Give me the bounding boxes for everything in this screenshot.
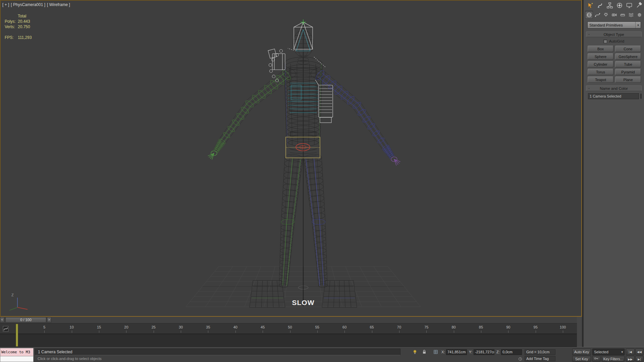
timeline-tick-30: 30 bbox=[179, 325, 183, 329]
object-name-field[interactable] bbox=[588, 93, 639, 99]
key-filters-button[interactable]: Key Filters... bbox=[602, 356, 625, 362]
object-type-button-cone[interactable]: Cone bbox=[615, 46, 641, 52]
space-warps-icon bbox=[628, 12, 634, 18]
auto-key-button[interactable]: Auto Key bbox=[572, 349, 591, 355]
time-slider-prev-button[interactable]: < bbox=[0, 317, 4, 323]
object-type-grid: BoxConeSphereGeoSphereCylinderTubeTorusP… bbox=[588, 46, 641, 83]
camera-viewport[interactable]: [ + ] [ PhysCamera001 ] [ Wireframe ] To… bbox=[0, 0, 582, 317]
timeline-ruler[interactable]: 0510152025303540455055606570758085909510… bbox=[0, 323, 577, 334]
time-slider-track[interactable]: < 0 / 100 > bbox=[0, 317, 577, 323]
object-type-button-pyramid[interactable]: Pyramid bbox=[615, 69, 641, 75]
world-axis-z-label: Z bbox=[11, 293, 14, 297]
cameras-icon bbox=[611, 12, 617, 18]
chevron-down-icon: ▾ bbox=[621, 350, 623, 354]
next-frame-button[interactable]: ▶▶ bbox=[626, 356, 635, 362]
object-type-button-tube[interactable]: Tube bbox=[615, 61, 641, 67]
go-to-start-button[interactable]: |◀ bbox=[626, 349, 635, 355]
name-color-rollout-header[interactable]: - Name and Color bbox=[586, 85, 642, 91]
command-panel-tabs bbox=[584, 0, 644, 10]
maxscript-mini-listener[interactable]: Welcome to M3 bbox=[0, 348, 34, 356]
mini-curve-editor-button[interactable] bbox=[1, 324, 10, 333]
display-icon bbox=[626, 2, 633, 9]
timeline-tick-65: 65 bbox=[370, 325, 374, 329]
object-type-button-box[interactable]: Box bbox=[588, 46, 613, 52]
viewport-statistics: Total Polys:20.443 Verts:20.750 FPS:111,… bbox=[5, 13, 32, 40]
tick-mark bbox=[126, 330, 126, 333]
tick-mark bbox=[426, 330, 427, 333]
object-color-swatch[interactable] bbox=[641, 94, 641, 99]
status-bar: Welcome to M3 1 Camera Selected Click or… bbox=[0, 347, 644, 362]
autogrid-row: AutoGrid bbox=[584, 39, 644, 43]
application-window: [ + ] [ PhysCamera001 ] [ Wireframe ] To… bbox=[0, 0, 644, 362]
timeline-tick-90: 90 bbox=[506, 325, 510, 329]
x-coordinate-label: X: bbox=[441, 350, 445, 354]
prompt-line: Click or click-and-drag to select object… bbox=[38, 357, 102, 361]
category-shapes[interactable] bbox=[593, 11, 601, 19]
tab-motion[interactable] bbox=[615, 1, 624, 9]
z-coordinate-field[interactable]: 0,0cm bbox=[501, 349, 522, 355]
viewport-camera-menu[interactable]: [ PhysCamera001 ] bbox=[11, 2, 45, 7]
object-type-button-torus[interactable]: Torus bbox=[588, 69, 613, 75]
absolute-mode-toggle[interactable] bbox=[432, 349, 439, 355]
tick-mark bbox=[508, 330, 508, 333]
tab-create[interactable] bbox=[586, 1, 595, 9]
y-coordinate-field[interactable]: -2181,727cm bbox=[474, 349, 494, 355]
tab-display[interactable] bbox=[625, 1, 634, 9]
tick-mark bbox=[563, 330, 563, 333]
tab-utilities[interactable] bbox=[635, 1, 643, 9]
category-cameras[interactable] bbox=[610, 11, 618, 19]
isolate-selection-button[interactable] bbox=[411, 349, 419, 355]
object-type-rollout-header[interactable]: - Object Type bbox=[586, 32, 642, 37]
object-type-button-cylinder[interactable]: Cylinder bbox=[588, 61, 613, 67]
category-helpers[interactable] bbox=[619, 11, 627, 19]
time-slider-handle[interactable]: 0 / 100 bbox=[5, 317, 46, 323]
motion-icon bbox=[616, 2, 623, 9]
primitive-type-value: Standard Primitives bbox=[589, 23, 623, 27]
primitive-type-dropdown[interactable]: Standard Primitives ▾ bbox=[587, 21, 641, 28]
category-space-warps[interactable] bbox=[627, 11, 635, 19]
viewport-shading-menu[interactable]: [ Wireframe ] bbox=[47, 2, 70, 7]
name-color-rollout-title: Name and Color bbox=[600, 86, 628, 90]
object-type-button-geosphere[interactable]: GeoSphere bbox=[615, 53, 641, 60]
category-geometry[interactable] bbox=[585, 11, 593, 19]
key-mode-toggle[interactable] bbox=[592, 356, 600, 362]
timeline-tick-85: 85 bbox=[479, 325, 483, 329]
viewport-pov-menu[interactable]: [ + ] bbox=[2, 2, 9, 7]
current-frame-marker[interactable] bbox=[16, 324, 18, 347]
timeline-tick-15: 15 bbox=[97, 325, 101, 329]
selection-set-dropdown[interactable]: Selected ▾ bbox=[592, 349, 625, 355]
autogrid-checkbox[interactable] bbox=[603, 40, 607, 43]
selection-set-value: Selected bbox=[594, 350, 608, 354]
adaptive-degradation-label: SLOW bbox=[283, 299, 323, 307]
add-time-tag-field[interactable]: Add Time Tag bbox=[525, 356, 555, 361]
selection-lock-toggle[interactable] bbox=[421, 349, 428, 355]
category-systems[interactable] bbox=[635, 11, 643, 19]
previous-frame-button[interactable]: ◀◀ bbox=[635, 349, 643, 355]
viewport-canvas[interactable] bbox=[1, 1, 581, 316]
world-axis-icon bbox=[4, 292, 30, 312]
tab-modify[interactable] bbox=[596, 1, 604, 9]
curve-editor-icon bbox=[3, 326, 9, 332]
x-coordinate-field[interactable]: 741,851cm bbox=[446, 349, 467, 355]
tick-mark bbox=[99, 330, 99, 333]
y-coordinate-label: Y: bbox=[469, 350, 472, 354]
tab-hierarchy[interactable] bbox=[605, 1, 614, 9]
collapse-icon: - bbox=[588, 32, 590, 36]
object-type-button-plane[interactable]: Plane bbox=[615, 76, 641, 83]
track-bar[interactable] bbox=[0, 334, 577, 347]
go-to-end-button[interactable]: ▶| bbox=[635, 356, 643, 362]
time-slider-next-button[interactable]: > bbox=[47, 317, 51, 323]
tick-mark bbox=[290, 330, 290, 333]
command-panel: Standard Primitives ▾ - Object Type Auto… bbox=[583, 0, 644, 347]
category-lights[interactable] bbox=[602, 11, 610, 19]
stats-polys-value: 20.443 bbox=[18, 19, 30, 24]
create-arrow-icon bbox=[587, 2, 594, 9]
tick-mark bbox=[208, 330, 208, 333]
object-type-button-teapot[interactable]: Teapot bbox=[588, 76, 613, 83]
object-type-rollout-title: Object Type bbox=[603, 33, 624, 37]
object-type-button-sphere[interactable]: Sphere bbox=[588, 53, 613, 60]
timeline-tick-50: 50 bbox=[288, 325, 292, 329]
helpers-icon bbox=[620, 12, 626, 18]
set-key-button[interactable]: Set Key bbox=[572, 356, 591, 362]
maxscript-listener-line[interactable] bbox=[0, 356, 34, 362]
